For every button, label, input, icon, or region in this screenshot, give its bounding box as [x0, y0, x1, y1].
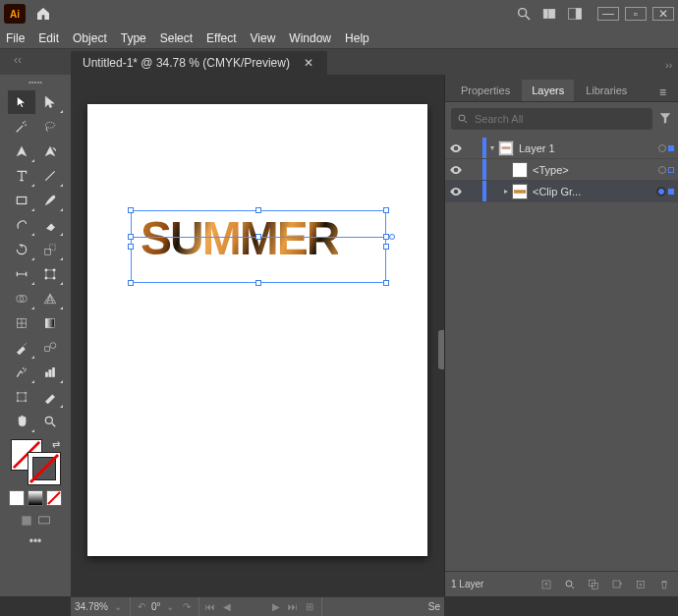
visibility-toggle[interactable]	[445, 141, 467, 155]
eyedropper-tool[interactable]	[8, 336, 35, 360]
rotate-ccw-icon[interactable]: ↶	[135, 600, 148, 614]
tab-properties[interactable]: Properties	[451, 80, 520, 101]
scale-tool[interactable]	[36, 238, 64, 261]
selection-bounding-box[interactable]	[131, 210, 386, 283]
new-sublayer-icon[interactable]	[609, 577, 625, 592]
layer-name[interactable]: <Clip Gr...	[533, 186, 656, 197]
search-icon[interactable]	[511, 3, 537, 25]
stroke-swatch[interactable]	[28, 453, 60, 484]
slice-tool[interactable]	[36, 385, 64, 409]
select-indicator[interactable]	[668, 189, 674, 195]
perspective-grid-tool[interactable]	[36, 287, 64, 310]
artboard[interactable]: SUMMER	[87, 104, 427, 556]
free-transform-tool[interactable]	[36, 262, 64, 286]
selection-tool[interactable]	[8, 90, 35, 114]
document-tab[interactable]: Untitled-1* @ 34.78 % (CMYK/Preview) ✕	[71, 51, 327, 75]
screen-mode-icon[interactable]	[37, 514, 51, 531]
width-tool[interactable]	[8, 262, 35, 286]
filter-icon[interactable]	[658, 111, 672, 128]
artboard-tool[interactable]	[8, 385, 35, 409]
fill-stroke-control[interactable]: ⇄	[11, 439, 60, 484]
menu-type[interactable]: Type	[121, 31, 146, 45]
column-graph-tool[interactable]	[36, 361, 64, 384]
shape-builder-tool[interactable]	[8, 287, 35, 310]
workspace-icon[interactable]	[562, 3, 588, 25]
tab-libraries[interactable]: Libraries	[576, 80, 637, 101]
rotate-dropdown-icon[interactable]: ⌄	[163, 600, 177, 614]
color-mode-icon[interactable]	[9, 490, 25, 506]
menu-help[interactable]: Help	[345, 31, 369, 45]
arrange-docs-icon[interactable]	[537, 3, 562, 25]
visibility-toggle[interactable]	[445, 163, 467, 177]
zoom-tool[interactable]	[36, 410, 64, 433]
menu-view[interactable]: View	[251, 31, 276, 45]
rectangle-tool[interactable]	[8, 189, 35, 212]
panel-collapse-icon[interactable]: ››	[659, 56, 678, 75]
artboard-first-icon[interactable]: ⏮	[203, 600, 217, 614]
home-icon[interactable]	[33, 4, 53, 24]
panel-drag-handle[interactable]	[438, 330, 444, 369]
delete-layer-icon[interactable]	[656, 577, 672, 592]
close-tab-icon[interactable]: ✕	[302, 56, 315, 70]
artboard-last-icon[interactable]: ⏭	[286, 600, 300, 614]
select-indicator[interactable]	[668, 145, 674, 151]
none-mode-icon[interactable]	[46, 490, 62, 506]
layer-name[interactable]: <Type>	[533, 164, 658, 176]
zoom-dropdown-icon[interactable]: ⌄	[111, 600, 125, 614]
locate-object-icon[interactable]	[562, 577, 578, 592]
rotate-tool[interactable]	[8, 238, 35, 261]
layer-row[interactable]: ▾ Layer 1	[445, 138, 678, 159]
rotate-value[interactable]: 0°	[151, 601, 161, 612]
mesh-tool[interactable]	[8, 311, 35, 335]
artboard-nav-icon[interactable]: ⊞	[303, 600, 316, 614]
close-button[interactable]: ✕	[652, 7, 674, 21]
menu-select[interactable]: Select	[160, 31, 193, 45]
menu-object[interactable]: Object	[73, 31, 107, 45]
paintbrush-tool[interactable]	[36, 189, 64, 212]
minimize-button[interactable]: —	[597, 7, 619, 21]
layer-row[interactable]: ▸ <Clip Gr...	[445, 181, 678, 202]
blend-tool[interactable]	[36, 336, 64, 360]
artboard-prev-icon[interactable]: ◀	[220, 600, 234, 614]
chevron-right-icon[interactable]: ▸	[500, 187, 512, 196]
layer-row[interactable]: <Type>	[445, 159, 678, 181]
new-layer-icon[interactable]	[633, 577, 649, 592]
tab-layers[interactable]: Layers	[522, 80, 574, 101]
magic-wand-tool[interactable]	[8, 115, 35, 139]
rotate-cw-icon[interactable]: ↷	[180, 600, 194, 614]
target-icon[interactable]	[658, 144, 666, 152]
layer-name[interactable]: Layer 1	[519, 142, 658, 154]
menu-window[interactable]: Window	[289, 31, 331, 45]
zoom-level[interactable]: 34.78%	[75, 601, 108, 612]
line-tool[interactable]	[36, 164, 64, 188]
tool-options-icon[interactable]: •••••	[0, 77, 71, 86]
layer-export-icon[interactable]	[538, 577, 554, 592]
curvature-tool[interactable]	[36, 140, 64, 163]
edit-toolbar-icon[interactable]: •••	[29, 534, 42, 548]
lasso-tool[interactable]	[36, 115, 64, 139]
symbol-sprayer-tool[interactable]	[8, 361, 35, 384]
layer-search-input[interactable]	[475, 113, 647, 125]
hand-tool[interactable]	[8, 410, 35, 433]
target-icon[interactable]	[656, 187, 666, 196]
pen-tool[interactable]	[8, 140, 35, 163]
eraser-tool[interactable]	[36, 213, 64, 237]
panel-menu-icon[interactable]: ≡	[653, 84, 672, 101]
restore-button[interactable]: ▫	[625, 7, 647, 21]
draw-normal-icon[interactable]	[20, 514, 33, 531]
direct-selection-tool[interactable]	[36, 90, 64, 114]
gradient-tool[interactable]	[36, 311, 64, 335]
type-tool[interactable]	[8, 164, 35, 188]
swap-fill-stroke-icon[interactable]: ⇄	[52, 439, 60, 450]
artboard-next-icon[interactable]: ▶	[269, 600, 283, 614]
chevron-down-icon[interactable]: ▾	[486, 143, 498, 152]
menu-file[interactable]: File	[6, 31, 25, 45]
panel-handle-icon[interactable]: ‹‹	[14, 53, 22, 67]
target-icon[interactable]	[658, 166, 666, 174]
clip-mask-icon[interactable]	[586, 577, 601, 592]
gradient-mode-icon[interactable]	[28, 490, 43, 506]
shaper-tool[interactable]	[8, 213, 35, 237]
menu-edit[interactable]: Edit	[38, 31, 59, 45]
visibility-toggle[interactable]	[445, 185, 467, 198]
select-indicator[interactable]	[668, 167, 674, 173]
